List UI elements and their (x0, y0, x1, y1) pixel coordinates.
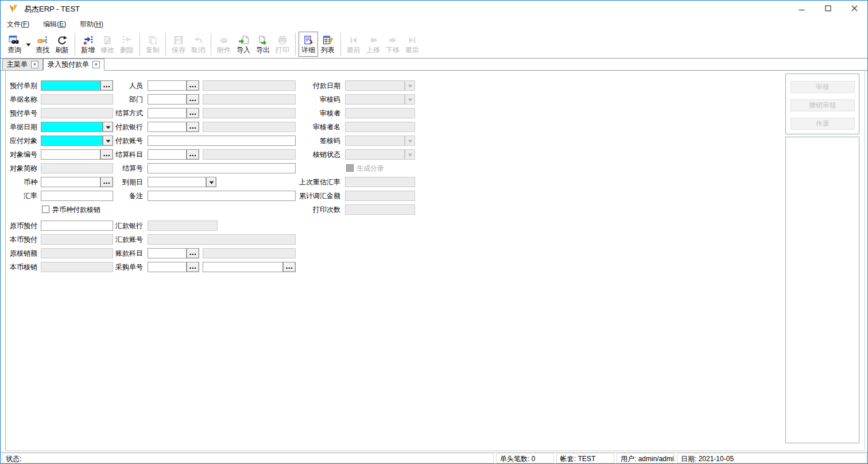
minimize-button[interactable] (788, 1, 815, 18)
attachment-button: 附件 (214, 32, 234, 57)
payment-bank-label: 付款银行 (98, 122, 143, 132)
import-button[interactable]: 导入 (234, 32, 253, 57)
maximize-button[interactable] (815, 1, 841, 18)
toolbar-separator (340, 33, 341, 56)
tab-close-icon[interactable]: × (92, 61, 100, 68)
move-down-icon (388, 34, 398, 45)
menu-edit[interactable]: 编辑(E) (43, 20, 66, 29)
department-ellipsis-button[interactable] (187, 94, 199, 105)
cancel-icon (193, 34, 203, 45)
move-up-button: 上移 (363, 32, 383, 57)
settlement-method-field[interactable] (148, 108, 187, 118)
toolbar-separator (140, 33, 140, 56)
base-currency-writeoff-label: 本币核销 (1, 262, 37, 272)
attachment-icon (219, 34, 229, 45)
currency-field[interactable] (41, 177, 100, 187)
list-button[interactable]: 列表 (318, 32, 338, 57)
prepay-doc-type-field[interactable] (41, 80, 100, 91)
settlement-subject-field[interactable] (148, 149, 187, 160)
query-dropdown-button[interactable] (24, 32, 33, 57)
due-date-label: 到期日 (98, 177, 143, 187)
chevron-down-icon (26, 40, 31, 48)
personnel-ellipsis-button[interactable] (187, 80, 199, 91)
settlement-subject-display-field (203, 149, 296, 160)
minimize-icon (799, 5, 805, 13)
export-label: 导出 (256, 46, 270, 54)
purchase-order-no-secondary-ellipsis-button[interactable] (283, 262, 296, 272)
object-short-name-label: 对象简称 (1, 163, 37, 173)
menu-file[interactable]: 文件(F) (7, 20, 29, 29)
export-button[interactable]: 导出 (253, 32, 273, 57)
export-icon (258, 34, 269, 45)
sign-code-dropdown-button (405, 136, 415, 146)
close-button[interactable] (841, 1, 867, 18)
prepay-doc-no-label: 预付单号 (1, 108, 37, 118)
payment-bank-ellipsis-button[interactable] (187, 122, 199, 132)
detail-label: 详细 (301, 46, 315, 54)
menu-help[interactable]: 帮助(H) (80, 20, 103, 29)
copy-label: 复制 (146, 46, 160, 54)
print-count-label: 打印次数 (288, 204, 340, 215)
due-date-dropdown-button[interactable] (206, 177, 216, 187)
ellipsis-icon (189, 82, 196, 90)
ellipsis-icon (189, 109, 196, 117)
payment-account-label: 付款账号 (98, 136, 143, 146)
payment-bank-field[interactable] (148, 122, 187, 132)
cancel-audit-button: 撤销审核 (790, 99, 855, 111)
prepay-doc-type-label: 预付单别 (1, 80, 37, 91)
purchase-order-no-secondary-field[interactable] (203, 262, 283, 272)
ellipsis-icon (189, 123, 196, 131)
detail-icon (303, 34, 314, 45)
cross-currency-writeoff-checkbox[interactable] (42, 206, 49, 213)
app-logo-icon (7, 3, 19, 16)
doc-name-label: 单据名称 (1, 94, 37, 105)
payable-subject-ellipsis-button[interactable] (187, 248, 199, 258)
move-up-label: 上移 (366, 46, 380, 54)
tab-close-icon[interactable]: × (31, 61, 38, 68)
exchange-rate-label: 汇率 (1, 191, 37, 201)
object-code-field[interactable] (41, 149, 100, 160)
payable-object-label: 应付对象 (1, 136, 37, 146)
settlement-subject-ellipsis-button[interactable] (187, 149, 199, 160)
status-panel-account-set: 帐套: TEST (556, 453, 614, 463)
toolbar-group: 保存取消 (167, 31, 210, 57)
remarks-field[interactable] (148, 191, 296, 201)
toolbar-group: 复制 (141, 31, 164, 57)
department-display-field (203, 94, 296, 105)
tab-prepay-entry[interactable]: 录入预付款单× (43, 59, 104, 71)
cumulative-fx-adjustment-field (345, 191, 415, 201)
payable-object-field[interactable] (41, 136, 103, 146)
payable-subject-display-field (203, 248, 296, 258)
due-date-field[interactable] (148, 177, 206, 187)
query-icon (9, 34, 20, 45)
menu-label: 编辑 (43, 20, 57, 28)
save-label: 保存 (172, 46, 185, 54)
last-icon (407, 34, 417, 45)
find-button[interactable]: 查找 (33, 32, 52, 57)
personnel-field[interactable] (148, 80, 187, 91)
doc-date-field[interactable] (41, 122, 103, 132)
first-label: 最前 (347, 46, 361, 54)
toolbar-group: 新增修改删除 (76, 31, 138, 57)
toolbar: 查询查找刷新新增修改删除复制保存取消附件导入导出打印详细列表最前上移下移最后 (1, 30, 867, 59)
settlement-method-ellipsis-button[interactable] (187, 108, 199, 118)
payment-account-field[interactable] (148, 136, 296, 146)
tab-main-menu[interactable]: 主菜单× (2, 59, 43, 70)
auditor-label: 审核者 (288, 108, 340, 118)
refresh-button[interactable]: 刷新 (52, 32, 72, 57)
purchase-order-no-label: 采购单号 (98, 262, 143, 272)
purchase-order-no-field[interactable] (148, 262, 187, 272)
query-button[interactable]: 查询 (5, 32, 24, 57)
settlement-no-field[interactable] (148, 163, 296, 173)
purchase-order-no-ellipsis-button[interactable] (187, 262, 199, 272)
cancel-label: 取消 (191, 46, 205, 54)
detail-button[interactable]: 详细 (299, 32, 318, 57)
remarks-label: 备注 (98, 191, 143, 201)
auditor-name-field (345, 122, 415, 132)
copy-button: 复制 (143, 32, 162, 57)
department-field[interactable] (148, 94, 187, 105)
payable-subject-field[interactable] (148, 248, 187, 258)
add-button[interactable]: 新增 (78, 32, 98, 57)
settlement-method-label: 结算方式 (98, 108, 143, 118)
ellipsis-icon (189, 263, 196, 271)
